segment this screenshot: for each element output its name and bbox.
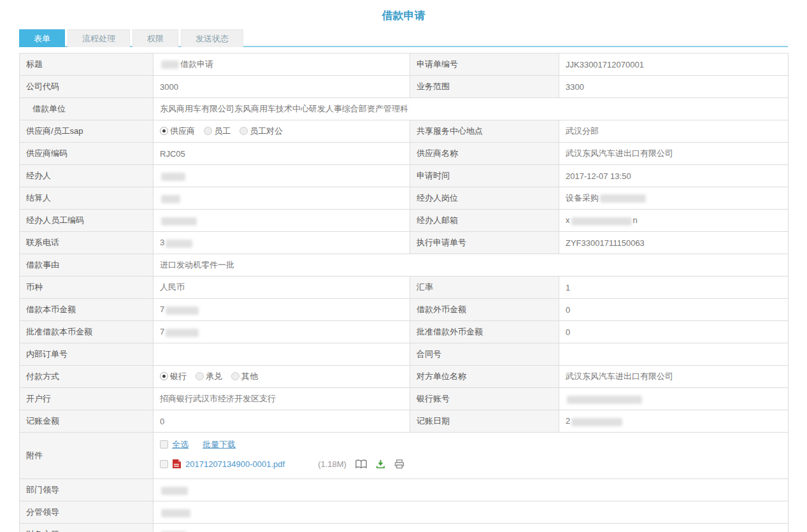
field-value: 设备采购 [559, 187, 789, 210]
radio-icon[interactable] [196, 372, 204, 380]
batch-download-link[interactable]: 批量下载 [203, 440, 236, 449]
table-row: 批准借款本币金额7批准借款外币金额0 [20, 321, 789, 343]
field-label: 附件 [20, 433, 154, 479]
table-row: 内部订单号合同号 [20, 343, 789, 366]
field-label: 经办人 [20, 165, 154, 187]
field-label: 共享服务中心地点 [410, 120, 559, 143]
field-label: 执行申请单号 [410, 232, 559, 254]
field-value [154, 165, 410, 187]
field-label: 借款外币金额 [410, 299, 559, 321]
field-label: 经办人邮箱 [410, 210, 559, 232]
field-value: 1 [559, 277, 789, 299]
pdf-icon [172, 459, 182, 473]
radio-option[interactable]: 员工对公 [239, 126, 283, 136]
radio-option[interactable]: 银行 [160, 371, 187, 381]
redacted-text [166, 240, 192, 248]
field-value: 0 [559, 321, 789, 343]
tab-form[interactable]: 表单 [19, 29, 65, 47]
field-label: 分管领导 [20, 501, 154, 524]
field-value [154, 210, 410, 232]
field-label: 批准借款外币金额 [410, 321, 559, 343]
field-value [154, 524, 789, 532]
field-label: 付款方式 [20, 366, 154, 388]
radio-icon[interactable] [239, 127, 248, 135]
table-row: 开户行招商银行武汉市经济开发区支行银行账号 [20, 388, 789, 410]
loan-form-table: 标题借款申请申请单编号JJK33001712070001公司代码3000业务范围… [19, 53, 789, 532]
book-icon[interactable] [355, 459, 367, 473]
field-label: 申请单编号 [410, 54, 559, 76]
redacted-text [161, 487, 188, 495]
table-row: 经办人员工编码经办人邮箱xn [20, 210, 789, 232]
field-value: 3 [154, 232, 410, 254]
radio-option[interactable]: 承兑 [196, 371, 222, 381]
table-row: 借款本币金额7借款外币金额0 [20, 299, 789, 321]
field-value: RJC05 [154, 143, 410, 165]
field-value: 7 [154, 299, 410, 321]
field-value: 2 [559, 410, 789, 433]
table-row: 经办人申请时间2017-12-07 13:50 [20, 165, 789, 187]
file-checkbox[interactable] [160, 460, 168, 468]
field-value: 2017-12-07 13:50 [559, 165, 789, 187]
redacted-text [161, 195, 180, 203]
radio-icon[interactable] [231, 372, 239, 380]
radio-icon[interactable] [204, 127, 212, 135]
loan-application-page: 借款申请 表单流程处理权限发送状态 标题借款申请申请单编号JJK33001712… [0, 0, 807, 532]
redacted-text [567, 396, 642, 404]
field-value: 7 [154, 321, 410, 343]
radio-icon[interactable] [160, 372, 168, 380]
download-icon[interactable] [376, 459, 385, 473]
field-value: 0 [559, 299, 789, 321]
tab-send-status[interactable]: 发送状态 [181, 29, 243, 47]
field-label: 币种 [20, 277, 154, 299]
tab-permissions[interactable]: 权限 [132, 29, 178, 47]
select-all-link[interactable]: 全选 [172, 440, 189, 449]
field-value: ZYF33001711150063 [559, 232, 789, 254]
table-row: 供应商编码RJC05供应商名称武汉东风汽车进出口有限公司 [20, 143, 789, 165]
radio-option[interactable]: 员工 [204, 126, 231, 136]
field-label: 部门领导 [20, 479, 154, 501]
field-value: 人民币 [154, 277, 410, 299]
redacted-text [571, 217, 632, 226]
redacted-text [166, 329, 199, 337]
table-row: 付款方式银行承兑其他对方单位名称武汉东风汽车进出口有限公司 [20, 366, 789, 388]
field-label: 借款本币金额 [20, 299, 154, 321]
field-label: 批准借款本币金额 [20, 321, 154, 343]
table-row: 币种人民币汇率1 [20, 277, 789, 299]
field-value: 全选批量下载20171207134900-0001.pdf(1.18M) [154, 433, 789, 479]
field-value: 供应商员工员工对公 [154, 120, 410, 143]
page-title: 借款申请 [0, 0, 807, 23]
tab-bar: 表单流程处理权限发送状态 [19, 29, 788, 47]
field-label: 经办人员工编码 [20, 210, 154, 232]
sap-radio-group: 供应商员工员工对公 [160, 126, 292, 136]
field-value-text: 设备采购 [566, 193, 599, 203]
radio-icon[interactable] [160, 127, 168, 135]
select-all-checkbox[interactable] [160, 440, 168, 449]
field-value-text: n [633, 215, 638, 225]
field-value: 招商银行武汉市经济开发区支行 [154, 388, 410, 410]
radio-option[interactable]: 供应商 [160, 126, 195, 136]
field-value: 武汉东风汽车进出口有限公司 [559, 366, 789, 388]
printer-icon[interactable] [394, 459, 404, 473]
field-label: 经办人岗位 [410, 187, 559, 210]
redacted-text [161, 61, 179, 69]
pay-radio-group: 银行承兑其他 [160, 371, 267, 381]
tab-process[interactable]: 流程处理 [68, 29, 130, 47]
table-row: 借款事由进口发动机零件一批 [20, 254, 789, 277]
table-row: 供应商/员工sap供应商员工员工对公共享服务中心地点武汉分部 [20, 120, 789, 143]
field-value-text: 3 [160, 238, 164, 247]
field-label: 业务范围 [410, 76, 559, 98]
radio-option[interactable]: 其他 [231, 371, 258, 381]
field-label: 标题 [20, 54, 154, 76]
table-row: 标题借款申请申请单编号JJK33001712070001 [20, 54, 789, 76]
table-row: 联系电话3执行申请单号ZYF33001711150063 [20, 232, 789, 254]
attachment-file-row: 20171207134900-0001.pdf(1.18M) [160, 457, 782, 473]
field-label: 记账金额 [20, 410, 154, 433]
attachment-controls: 全选批量下载 [160, 438, 782, 452]
attachment-file-link[interactable]: 20171207134900-0001.pdf [185, 459, 285, 469]
field-label: 联系电话 [20, 232, 154, 254]
table-row: 部门领导 [20, 479, 789, 501]
field-value: 进口发动机零件一批 [154, 254, 789, 277]
field-value: 武汉东风汽车进出口有限公司 [559, 143, 789, 165]
table-row: 财务主管 [20, 524, 789, 532]
field-label: 结算人 [20, 187, 154, 210]
